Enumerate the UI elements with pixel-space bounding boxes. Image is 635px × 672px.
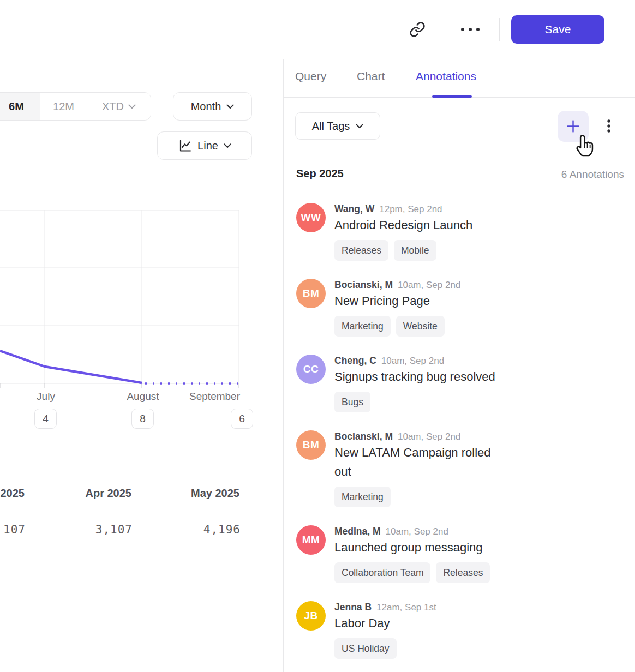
annotation-title: Android Redesign Launch — [334, 215, 472, 235]
annotation-title: New LATAM Campaign rolled out — [334, 443, 498, 481]
chart-table-divider — [0, 451, 284, 451]
table-row-border — [0, 550, 284, 550]
plus-icon — [566, 119, 580, 133]
annotation-timestamp: 10am, Sep 2nd — [381, 356, 444, 367]
annotation-item[interactable]: JB Jenna B 12am, Sep 1st Labor Day US Ho… — [296, 601, 624, 659]
avatar: BM — [296, 430, 326, 460]
annotations-section-header: Sep 2025 6 Annotations — [284, 167, 635, 184]
annotation-timestamp: 12pm, Sep 2nd — [379, 204, 442, 215]
x-axis-label-august: August — [116, 391, 170, 403]
tags-filter-dropdown[interactable]: All Tags — [295, 112, 380, 140]
copy-link-button[interactable] — [408, 20, 427, 39]
ellipsis-icon — [460, 27, 481, 32]
kebab-icon — [607, 119, 611, 134]
x-axis-label-september: September — [180, 391, 240, 403]
avatar: CC — [296, 355, 326, 384]
annotation-item[interactable]: BM Bocianski, M 10am, Sep 2nd New LATAM … — [296, 430, 624, 507]
annotation-timestamp: 12am, Sep 1st — [376, 602, 436, 613]
toolbar-divider — [499, 18, 500, 41]
range-xtd-dropdown[interactable]: XTD — [87, 93, 151, 120]
annotation-tag[interactable]: Bugs — [334, 392, 370, 412]
annotation-count-badge-august[interactable]: 8 — [131, 409, 154, 429]
annotation-item[interactable]: MM Medina, M 10am, Sep 2nd Launched grou… — [296, 525, 624, 583]
annotation-tag[interactable]: Marketing — [334, 316, 391, 337]
annotation-author: Jenna B — [334, 602, 372, 613]
annotation-author: Bocianski, M — [334, 279, 393, 291]
table-value-cropped: 107 — [0, 523, 26, 536]
annotation-tag[interactable]: Marketing — [334, 487, 391, 507]
range-6m-button[interactable]: 6M — [0, 93, 40, 120]
chevron-down-icon — [356, 124, 363, 129]
annotation-author: Bocianski, M — [334, 431, 393, 442]
line-chart-plot[interactable] — [0, 210, 240, 393]
table-header-may-2025: May 2025 — [131, 487, 239, 500]
annotation-tag[interactable]: US Holiday — [334, 638, 397, 659]
annotation-item[interactable]: WW Wang, W 12pm, Sep 2nd Android Redesig… — [296, 203, 624, 261]
table-value-apr-2025: 3,107 — [25, 523, 133, 536]
annotation-item[interactable]: CC Cheng, C 10am, Sep 2nd Signups tracki… — [296, 355, 624, 412]
x-axis-label-july: July — [19, 391, 73, 403]
annotation-count-badge-july[interactable]: 4 — [34, 409, 57, 429]
save-button[interactable]: Save — [511, 15, 604, 44]
month-heading: Sep 2025 — [296, 167, 344, 180]
date-range-segmented-control: 6M 12M XTD — [0, 92, 151, 121]
annotations-count: 6 Annotations — [561, 169, 624, 181]
more-options-button[interactable] — [459, 22, 481, 37]
chart-preview-panel: 6M 12M XTD Month Line July August Septem… — [0, 59, 284, 672]
analytics-report-page: Save 6M 12M XTD Month Line July August — [0, 0, 635, 672]
chevron-down-icon — [128, 104, 136, 109]
annotation-author: Medina, M — [334, 526, 381, 537]
chart-type-dropdown[interactable]: Line — [157, 131, 252, 160]
annotation-timestamp: 10am, Sep 2nd — [398, 431, 460, 442]
annotation-tag[interactable]: Website — [396, 316, 445, 337]
link-icon — [409, 21, 426, 38]
active-tab-underline — [432, 95, 472, 98]
chevron-down-icon — [224, 143, 231, 148]
avatar: WW — [296, 203, 326, 232]
table-header-border — [0, 515, 284, 515]
annotation-tag[interactable]: Collaboration Team — [334, 562, 430, 583]
tab-chart[interactable]: Chart — [357, 70, 385, 83]
annotation-timestamp: 10am, Sep 2nd — [386, 526, 448, 537]
chevron-down-icon — [226, 104, 234, 109]
line-chart-icon — [178, 139, 192, 153]
annotations-panel: Query Chart Annotations All Tags Sep 202… — [284, 59, 635, 672]
granularity-dropdown[interactable]: Month — [173, 92, 252, 121]
annotations-list: WW Wang, W 12pm, Sep 2nd Android Redesig… — [296, 203, 624, 672]
annotation-item[interactable]: BM Bocianski, M 10am, Sep 2nd New Pricin… — [296, 279, 624, 337]
annotation-count-badge-september[interactable]: 6 — [231, 409, 253, 429]
annotation-tag[interactable]: Mobile — [394, 240, 436, 261]
avatar: BM — [296, 279, 326, 308]
table-value-may-2025: 4,196 — [133, 523, 241, 536]
annotations-menu-button[interactable] — [601, 116, 617, 137]
top-bar: Save — [0, 0, 635, 58]
annotation-tag[interactable]: Releases — [334, 240, 388, 261]
annotation-author: Cheng, C — [334, 355, 376, 367]
annotation-title: Signups tracking bug resolved — [334, 367, 495, 386]
range-12m-button[interactable]: 12M — [40, 93, 87, 120]
annotation-title: Labor Day — [334, 614, 436, 633]
panel-tab-bar: Query Chart Annotations — [284, 59, 635, 98]
annotation-title: New Pricing Page — [334, 291, 460, 310]
avatar: MM — [296, 525, 326, 555]
annotation-timestamp: 10am, Sep 2nd — [398, 280, 460, 291]
add-annotation-button[interactable] — [558, 111, 589, 142]
avatar: JB — [296, 601, 326, 631]
table-header-cropped: 2025 — [0, 487, 25, 500]
table-header-apr-2025: Apr 2025 — [23, 487, 131, 500]
tab-query[interactable]: Query — [295, 70, 326, 83]
tab-annotations[interactable]: Annotations — [416, 70, 476, 83]
annotation-tag[interactable]: Releases — [436, 562, 490, 583]
annotation-title: Launched group messaging — [334, 538, 490, 557]
annotation-author: Wang, W — [334, 203, 374, 215]
